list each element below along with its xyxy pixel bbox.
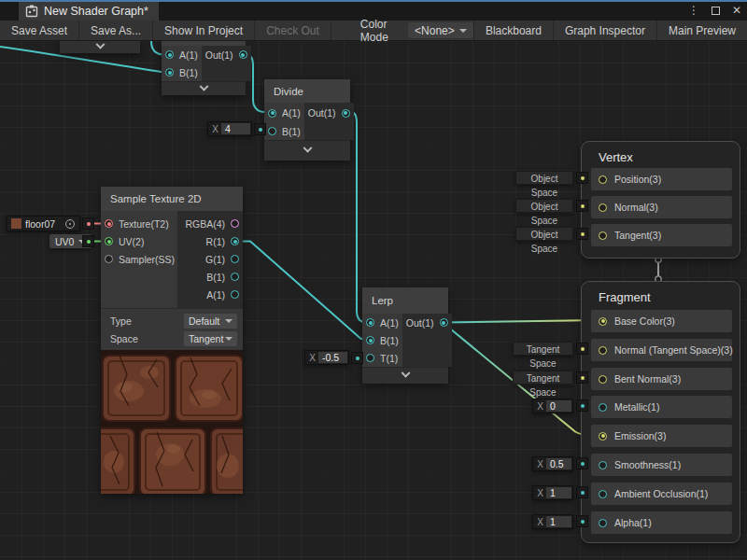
smoothness-default-field[interactable]: X 0.5	[532, 456, 573, 471]
collapse-toggle[interactable]	[264, 140, 350, 161]
binding-object-space[interactable]: Object Space	[515, 227, 573, 241]
binding-object-space[interactable]: Object Space	[515, 171, 573, 185]
uv-connector[interactable]	[82, 235, 94, 247]
block-row-metallic[interactable]: Metallic(1)	[591, 396, 732, 418]
maximize-icon[interactable]	[712, 7, 720, 15]
binding-connector[interactable]	[576, 172, 588, 184]
input-port-a[interactable]	[268, 109, 276, 118]
input-port-t[interactable]	[366, 354, 374, 362]
divide-b-default-field[interactable]: X 4	[207, 121, 252, 136]
lerp-t-connector[interactable]	[351, 352, 363, 364]
binding-connector[interactable]	[576, 228, 588, 240]
binding-connector[interactable]	[576, 200, 588, 212]
texture-object-field[interactable]: floor07	[7, 216, 80, 231]
input-port-b[interactable]	[268, 127, 276, 135]
input-port-uv[interactable]	[105, 237, 113, 245]
binding-object-space[interactable]: Object Space	[515, 199, 573, 213]
block-row-alpha[interactable]: Alpha(1)	[591, 511, 732, 534]
block-row-bent-normal[interactable]: Bent Normal(3)	[591, 368, 732, 390]
alpha-default-field[interactable]: X 1	[532, 514, 573, 529]
input-port-b[interactable]	[366, 336, 374, 344]
binding-tangent-space[interactable]: Tangent Space	[513, 371, 573, 385]
block-row-emission[interactable]: Emission(3)	[591, 425, 732, 447]
block-port-normal[interactable]	[599, 203, 607, 212]
x-value[interactable]: -0.5	[318, 352, 347, 363]
binding-connector[interactable]	[576, 343, 588, 355]
input-port-b[interactable]	[165, 68, 174, 77]
divide-b-connector[interactable]	[254, 123, 266, 135]
tab-new-shader-graph[interactable]: New Shader Graph*	[19, 2, 159, 21]
x-value[interactable]: 0.5	[546, 458, 571, 469]
expand-toggle[interactable]	[60, 41, 140, 53]
output-port-a[interactable]	[231, 290, 239, 299]
output-port[interactable]	[239, 50, 247, 59]
block-port-alpha[interactable]	[599, 519, 607, 527]
output-port-g[interactable]	[231, 255, 239, 263]
x-value[interactable]: 0	[546, 400, 571, 412]
block-port-ambient-occlusion[interactable]	[599, 490, 607, 498]
texture-connector[interactable]	[82, 217, 94, 230]
menu-icon[interactable]: ⋮	[688, 5, 699, 16]
output-port-b[interactable]	[231, 273, 239, 281]
input-port-sampler[interactable]	[105, 255, 113, 263]
show-in-project-button[interactable]: Show In Project	[153, 21, 255, 40]
metallic-connector[interactable]	[576, 399, 588, 412]
binding-connector[interactable]	[576, 371, 588, 384]
ambient-occlusion-connector[interactable]	[576, 486, 588, 498]
block-row-normal-tangent[interactable]: Normal (Tangent Space)(3)	[591, 339, 732, 361]
block-row-normal[interactable]: Normal(3)	[591, 196, 732, 218]
output-port[interactable]	[342, 109, 350, 118]
block-port-normal-tangent[interactable]	[599, 346, 607, 355]
graph-canvas[interactable]: A(1) B(1) Out(1) Divide	[0, 41, 747, 560]
object-picker-icon[interactable]	[65, 219, 75, 229]
block-port-position[interactable]	[599, 175, 607, 184]
lerp-t-default-field[interactable]: X -0.5	[304, 350, 349, 365]
fragment-context[interactable]: Fragment Base Color(3) Normal (Tangent S…	[581, 281, 740, 543]
block-port-tangent[interactable]	[599, 231, 607, 240]
wire-r-to-lerp-b[interactable]	[235, 242, 368, 341]
alpha-connector[interactable]	[576, 515, 588, 527]
wire-lerp-to-basecolor[interactable]	[443, 320, 599, 323]
block-port-emission[interactable]	[599, 432, 607, 441]
close-icon[interactable]: ✕	[732, 5, 741, 16]
output-port-rgba[interactable]	[231, 219, 239, 228]
input-port-a[interactable]	[165, 50, 174, 59]
vertex-context[interactable]: Vertex Position(3) Normal(3) Tangent(3)	[581, 141, 740, 259]
output-port-r[interactable]	[231, 237, 239, 245]
space-select[interactable]: Tangent	[184, 331, 237, 346]
output-port[interactable]	[440, 318, 448, 327]
x-value[interactable]: 4	[221, 123, 250, 134]
color-mode-select[interactable]: <None>	[408, 22, 473, 38]
blackboard-button[interactable]: Blackboard	[473, 21, 553, 40]
node-partial-top[interactable]: A(1) B(1) Out(1)	[162, 41, 246, 95]
block-row-position[interactable]: Position(3)	[591, 168, 732, 190]
collapse-toggle[interactable]	[162, 81, 246, 95]
type-select[interactable]: Default	[184, 314, 237, 329]
x-value[interactable]: 1	[546, 516, 571, 527]
collapse-toggle[interactable]	[362, 367, 448, 384]
block-row-smoothness[interactable]: Smoothness(1)	[591, 454, 732, 476]
binding-tangent-space[interactable]: Tangent Space	[513, 342, 573, 356]
node-lerp[interactable]: Lerp A(1) B(1) T(1)	[362, 287, 448, 384]
block-port-bent-normal[interactable]	[599, 375, 607, 384]
ambient-occlusion-default-field[interactable]: X 1	[532, 485, 573, 500]
x-value[interactable]: 1	[546, 487, 571, 498]
metallic-default-field[interactable]: X 0	[532, 399, 573, 413]
node-sample-texture-2d[interactable]: Sample Texture 2D Texture(T2) UV(2) Samp…	[101, 187, 243, 494]
block-port-smoothness[interactable]	[599, 461, 607, 469]
block-port-metallic[interactable]	[599, 403, 607, 412]
block-row-tangent[interactable]: Tangent(3)	[591, 224, 732, 246]
save-asset-button[interactable]: Save Asset	[0, 21, 79, 40]
block-port-base-color[interactable]	[599, 317, 607, 326]
node-collapsed[interactable]	[60, 41, 140, 53]
block-row-base-color[interactable]: Base Color(3)	[591, 310, 732, 332]
smoothness-connector[interactable]	[576, 457, 588, 469]
block-row-ambient-occlusion[interactable]: Ambient Occlusion(1)	[591, 483, 732, 505]
dot-icon	[581, 491, 585, 495]
graph-inspector-button[interactable]: Graph Inspector	[553, 21, 656, 40]
node-divide[interactable]: Divide A(1) B(1) Out(1)	[264, 79, 350, 161]
input-port-a[interactable]	[366, 318, 374, 327]
input-port-texture[interactable]	[105, 219, 113, 228]
main-preview-button[interactable]: Main Preview	[656, 21, 747, 40]
save-as-button[interactable]: Save As...	[79, 21, 153, 40]
